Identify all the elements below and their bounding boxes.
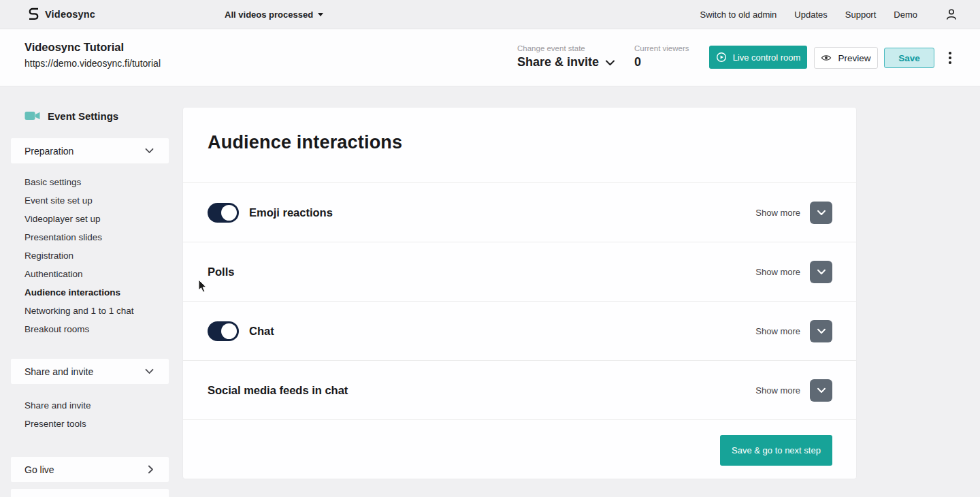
chat-label: Chat — [249, 325, 274, 338]
chevron-down-icon — [817, 328, 826, 334]
sidebar-item-event-site-set-up[interactable]: Event site set up — [11, 191, 169, 210]
sidebar-item-registration[interactable]: Registration — [11, 246, 169, 265]
show-more-link[interactable]: Show more — [755, 326, 800, 336]
show-more-link[interactable]: Show more — [755, 208, 800, 218]
sidebar-item-presentation-slides[interactable]: Presentation slides — [11, 228, 169, 246]
sidebar-item-share-and-invite[interactable]: Share and invite — [11, 396, 169, 415]
sidebar-section-edit[interactable]: Edit — [11, 489, 169, 497]
event-state-dropdown[interactable]: Share & invite — [517, 55, 615, 69]
event-url[interactable]: https://demo.videosync.fi/tutorial — [24, 58, 161, 69]
preview-label: Preview — [838, 53, 870, 63]
caret-down-icon — [318, 13, 323, 16]
sidebar-item-networking-1to1-chat[interactable]: Networking and 1 to 1 chat — [11, 302, 169, 320]
expand-social-media-button[interactable] — [810, 379, 832, 402]
sidebar-section-share-and-invite[interactable]: Share and invite — [11, 359, 169, 384]
chevron-down-icon — [605, 59, 615, 66]
chevron-down-icon — [817, 269, 826, 275]
event-state-group: Change event state Share & invite — [517, 44, 615, 69]
panel-heading: Audience interactions — [208, 132, 832, 153]
live-control-room-button[interactable]: Live control room — [709, 46, 807, 69]
live-control-room-label: Live control room — [733, 52, 801, 63]
save-and-next-step-button[interactable]: Save & go to next step — [720, 435, 832, 466]
sidebar-section-preparation[interactable]: Preparation — [11, 138, 169, 163]
sidebar-item-presenter-tools[interactable]: Presenter tools — [11, 415, 169, 433]
expand-chat-button[interactable] — [810, 320, 832, 342]
share-and-invite-label: Share and invite — [24, 366, 93, 377]
row-chat: Chat Show more — [183, 302, 856, 361]
expand-polls-button[interactable] — [810, 261, 832, 283]
row-emoji-reactions: Emoji reactions Show more — [183, 183, 856, 242]
chat-toggle[interactable] — [208, 321, 239, 341]
audience-interactions-panel: Audience interactions Emoji reactions Sh… — [182, 107, 857, 479]
save-label: Save — [898, 53, 920, 63]
polls-label: Polls — [208, 266, 234, 278]
link-switch-old-admin[interactable]: Switch to old admin — [700, 10, 777, 20]
show-more-link[interactable]: Show more — [755, 267, 800, 277]
sidebar-item-audience-interactions[interactable]: Audience interactions — [11, 283, 169, 302]
link-updates[interactable]: Updates — [794, 10, 827, 20]
chevron-right-icon — [148, 465, 154, 474]
current-viewers-group: Current viewers 0 — [634, 44, 689, 69]
sidebar-title: Event Settings — [11, 106, 169, 126]
toggle-knob — [221, 323, 237, 339]
current-viewers-label: Current viewers — [634, 44, 689, 52]
preview-button[interactable]: Preview — [814, 47, 878, 69]
panel-header: Audience interactions — [183, 108, 856, 183]
brand-name: Videosync — [45, 9, 95, 20]
panel-footer: Save & go to next step — [183, 420, 856, 480]
save-button[interactable]: Save — [884, 48, 934, 68]
videos-processed-label: All videos processed — [225, 10, 313, 20]
play-circle-icon — [716, 52, 727, 63]
toggle-knob — [221, 205, 237, 221]
more-options-kebab-icon[interactable] — [946, 50, 954, 66]
videos-processed-dropdown[interactable]: All videos processed — [225, 10, 323, 20]
chevron-down-icon — [145, 148, 154, 154]
top-bar: Videosync All videos processed Switch to… — [0, 0, 980, 29]
emoji-reactions-toggle[interactable] — [208, 203, 239, 223]
sidebar-item-videoplayer-set-up[interactable]: Videoplayer set up — [11, 210, 169, 228]
preparation-items: Basic settings Event site set up Videopl… — [11, 163, 169, 345]
current-viewers-count: 0 — [634, 55, 689, 69]
preview-eye-icon — [821, 52, 832, 63]
show-more-link[interactable]: Show more — [755, 385, 800, 396]
expand-emoji-reactions-button[interactable] — [810, 202, 832, 224]
video-camera-icon — [24, 110, 41, 121]
row-social-media-feeds: Social media feeds in chat Show more — [183, 361, 856, 420]
brand[interactable]: Videosync — [27, 7, 95, 22]
emoji-reactions-label: Emoji reactions — [249, 206, 333, 219]
share-items: Share and invite Presenter tools — [11, 384, 169, 443]
mouse-cursor — [198, 279, 208, 293]
chevron-down-icon — [817, 387, 826, 394]
save-and-next-step-label: Save & go to next step — [732, 445, 821, 455]
sidebar-section-go-live[interactable]: Go live — [11, 457, 169, 482]
chevron-down-icon — [817, 210, 826, 216]
event-state-value: Share & invite — [517, 55, 599, 69]
sidebar-item-authentication[interactable]: Authentication — [11, 265, 169, 283]
page-header: Videosync Tutorial https://demo.videosyn… — [0, 29, 980, 86]
person-icon — [945, 7, 958, 21]
social-media-feeds-label: Social media feeds in chat — [208, 384, 348, 397]
sidebar-item-basic-settings[interactable]: Basic settings — [11, 173, 169, 191]
sidebar-item-breakout-rooms[interactable]: Breakout rooms — [11, 320, 169, 338]
link-support[interactable]: Support — [845, 10, 877, 20]
topbar-links: Switch to old admin Updates Support Demo — [700, 7, 958, 21]
sidebar-title-label: Event Settings — [48, 110, 118, 122]
user-account-button[interactable] — [945, 7, 958, 21]
preparation-label: Preparation — [24, 146, 74, 157]
chevron-down-icon — [145, 368, 154, 374]
sidebar: Event Settings Preparation Basic setting… — [11, 106, 169, 497]
page-title: Videosync Tutorial — [24, 41, 124, 54]
row-polls: Polls Show more — [183, 242, 856, 302]
videosync-logo-icon — [27, 7, 40, 22]
link-demo[interactable]: Demo — [894, 10, 917, 20]
event-state-label: Change event state — [517, 44, 615, 52]
go-live-label: Go live — [24, 464, 54, 475]
